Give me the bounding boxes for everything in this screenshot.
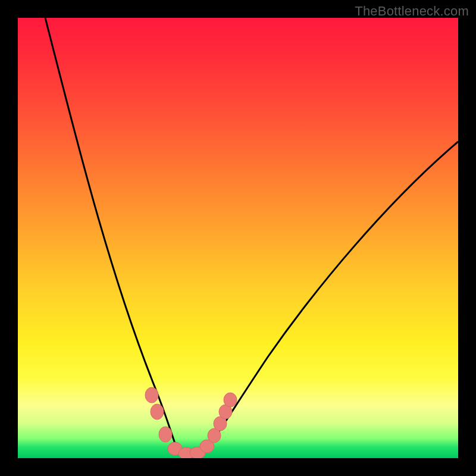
marker-right-4 xyxy=(224,393,237,407)
bottleneck-curve-layer xyxy=(18,18,458,458)
marker-left-3 xyxy=(159,427,172,442)
marker-left-1 xyxy=(145,387,158,403)
right-branch-curve xyxy=(202,142,458,455)
chart-frame: TheBottleneck.com xyxy=(0,0,476,476)
left-branch-curve xyxy=(45,18,178,453)
watermark-text: TheBottleneck.com xyxy=(355,4,469,19)
plot-area xyxy=(18,18,458,458)
marker-left-2 xyxy=(151,404,164,419)
